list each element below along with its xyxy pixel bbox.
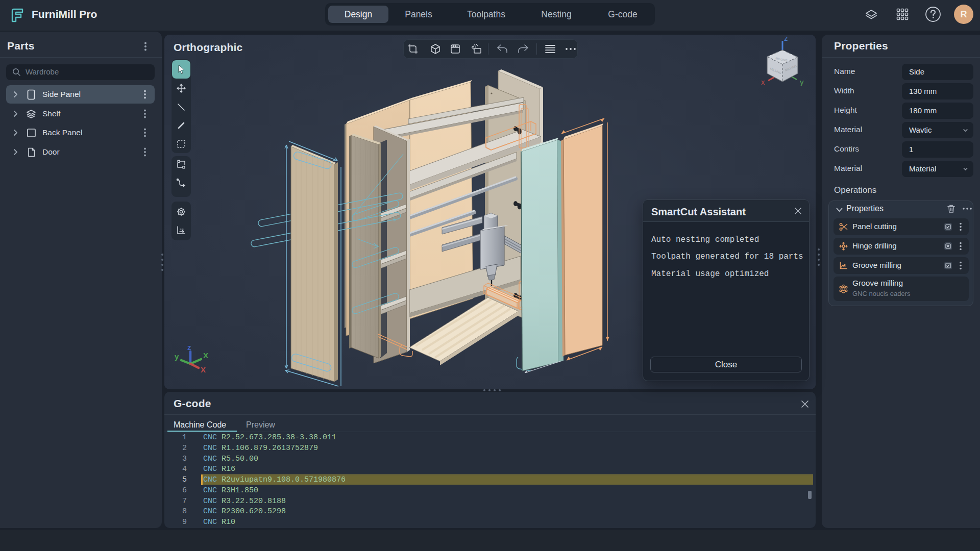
svg-text:x: x xyxy=(761,78,765,86)
svg-text:X: X xyxy=(203,351,208,360)
svg-text:X: X xyxy=(201,365,206,374)
svg-text:y: y xyxy=(800,78,804,86)
svg-text:z: z xyxy=(784,35,788,42)
svg-text:z: z xyxy=(187,343,191,352)
svg-text:y: y xyxy=(175,352,179,361)
